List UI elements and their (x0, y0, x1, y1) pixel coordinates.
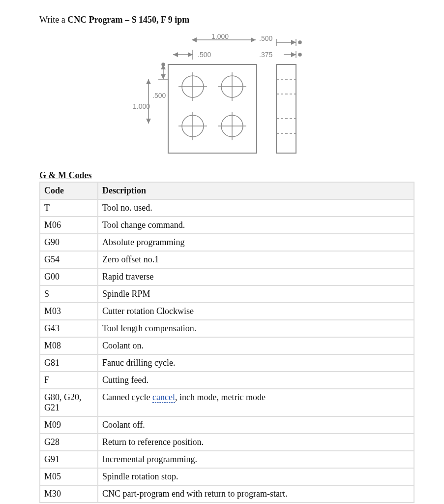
table-row: FCutting feed. (40, 372, 414, 389)
page-title: Write a CNC Program – S 1450, F 9 ipm (39, 15, 414, 25)
desc-text-pre: Tool no. used. (102, 203, 152, 213)
dim-side-half: .500 (152, 92, 166, 99)
desc-cell: Coolant off. (98, 416, 414, 434)
col-header-desc: Description (98, 182, 414, 199)
desc-text-pre: CNC part-program end with return to prog… (102, 489, 287, 499)
table-row: M03Cutter rotation Clockwise (40, 303, 414, 320)
code-cell: M30 (40, 485, 98, 503)
code-cell: G00 (40, 268, 98, 285)
code-cell: M09 (40, 416, 98, 434)
drawing-svg: 1.000 .500 1.000 (124, 30, 330, 158)
code-cell: G90 (40, 234, 98, 251)
table-row: M09Coolant off. (40, 416, 414, 434)
desc-cell: Tool no. used. (98, 199, 414, 217)
desc-cell: Zero offset no.1 (98, 251, 414, 268)
desc-cell: Canned cycle cancel, inch mode, metric m… (98, 389, 414, 416)
table-row: G43Tool length compensation. (40, 320, 414, 337)
desc-cell: Return to reference position. (98, 434, 414, 451)
code-cell: G28 (40, 434, 98, 451)
desc-text-pre: Coolant on. (102, 341, 144, 350)
code-cell: M08 (40, 337, 98, 354)
dim-right-width: .500 (259, 34, 272, 42)
svg-marker-1 (192, 37, 197, 42)
desc-text-pre: Tool length compensation. (102, 323, 196, 333)
desc-text-pre: Cutter rotation Clockwise (102, 306, 194, 316)
desc-cell: Tool change command. (98, 217, 414, 234)
desc-text-pre: Absolute programming (102, 237, 184, 247)
code-cell: T (40, 199, 98, 217)
svg-rect-15 (168, 64, 257, 153)
desc-text-pre: Coolant off. (102, 420, 145, 430)
desc-cell: Spindle RPM (98, 285, 414, 303)
svg-marker-5 (188, 52, 193, 57)
desc-text-pre: Canned cycle (102, 392, 152, 402)
desc-text-pre: Rapid traverse (102, 272, 153, 282)
svg-marker-8 (146, 79, 151, 84)
table-row: M30CNC part-program end with return to p… (40, 485, 414, 503)
desc-cell: Cutting feed. (98, 372, 414, 389)
table-row: G54Zero offset no.1 (40, 251, 414, 268)
code-cell: S (40, 285, 98, 303)
desc-text-pre: Spindle rotation stop. (102, 472, 178, 481)
desc-text-post: , inch mode, metric mode (175, 392, 266, 402)
desc-text-pre: Incremental programming. (102, 454, 197, 464)
desc-text-pre: Fanuc drilling cycle. (102, 358, 175, 368)
dim-side-span: 1.000 (133, 102, 150, 110)
code-cell: G43 (40, 320, 98, 337)
table-row: G81Fanuc drilling cycle. (40, 354, 414, 372)
svg-rect-28 (276, 64, 296, 153)
code-cell: F (40, 372, 98, 389)
section-heading: G & M Codes (39, 170, 414, 181)
table-row: G90Absolute programming (40, 234, 414, 251)
code-cell: G91 (40, 451, 98, 468)
code-cell: M05 (40, 468, 98, 485)
svg-marker-12 (161, 74, 166, 79)
dim-top-half: .500 (198, 51, 211, 59)
dim-top-span: 1.000 (211, 32, 229, 40)
desc-cell: Incremental programming. (98, 451, 414, 468)
col-header-code: Code (40, 182, 98, 199)
desc-text-pre: Tool change command. (102, 220, 185, 230)
code-cell: M03 (40, 303, 98, 320)
table-row: G80, G20, G21Canned cycle cancel, inch m… (40, 389, 414, 416)
desc-cell: Spindle rotation stop. (98, 468, 414, 485)
table-row: M05Spindle rotation stop. (40, 468, 414, 485)
code-cell: G80, G20, G21 (40, 389, 98, 416)
table-row: G28Return to reference position. (40, 434, 414, 451)
svg-marker-9 (146, 119, 151, 124)
svg-marker-40 (291, 52, 296, 57)
desc-cell: Coolant on. (98, 337, 414, 354)
code-cell: G54 (40, 251, 98, 268)
svg-point-37 (298, 41, 301, 44)
svg-point-41 (298, 53, 301, 56)
desc-cell: Rapid traverse (98, 268, 414, 285)
desc-cell: CNC part-program end with return to prog… (98, 485, 414, 503)
inline-link[interactable]: cancel (152, 392, 175, 403)
codes-table: Code Description TTool no. used.M06Tool … (39, 182, 414, 503)
code-cell: M06 (40, 217, 98, 234)
title-bold: CNC Program – S 1450, F 9 ipm (67, 15, 189, 25)
svg-marker-4 (173, 52, 178, 57)
table-row: SSpindle RPM (40, 285, 414, 303)
desc-cell: Cutter rotation Clockwise (98, 303, 414, 320)
technical-drawing: 1.000 .500 1.000 (39, 30, 414, 160)
svg-marker-36 (291, 40, 296, 45)
desc-cell: Absolute programming (98, 234, 414, 251)
code-cell: G81 (40, 354, 98, 372)
desc-text-pre: Return to reference position. (102, 437, 204, 447)
table-row: M08Coolant on. (40, 337, 414, 354)
table-row: TTool no. used. (40, 199, 414, 217)
desc-text-pre: Zero offset no.1 (102, 254, 159, 264)
table-row: M06Tool change command. (40, 217, 414, 234)
dim-right-hole: .375 (259, 51, 272, 59)
svg-point-13 (162, 63, 165, 66)
title-prefix: Write a (39, 15, 67, 25)
desc-cell: Fanuc drilling cycle. (98, 354, 414, 372)
desc-cell: Tool length compensation. (98, 320, 414, 337)
desc-text-pre: Cutting feed. (102, 375, 148, 385)
table-row: G91Incremental programming. (40, 451, 414, 468)
svg-marker-2 (251, 37, 256, 42)
table-row: G00Rapid traverse (40, 268, 414, 285)
desc-text-pre: Spindle RPM (102, 289, 150, 299)
